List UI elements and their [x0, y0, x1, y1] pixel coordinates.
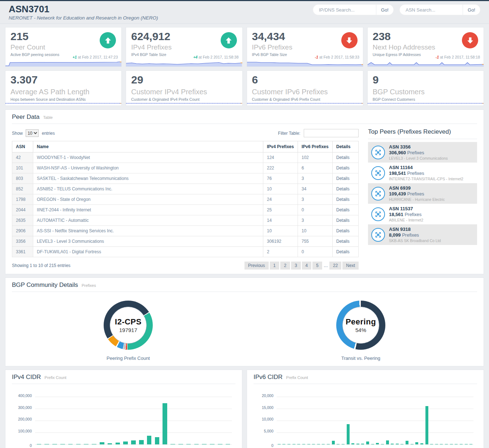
- ipv6-cidr-title: IPv6 CIDR: [254, 374, 282, 381]
- stat-card-average-as-path-length: 3.307Average AS Path LengthHops between …: [5, 70, 122, 106]
- column-header-name[interactable]: Name: [33, 141, 263, 152]
- bar-52: [435, 444, 438, 444]
- bar-27: [186, 444, 191, 444]
- top-peer-item[interactable]: ASN 93188,099 PrefixesSKB-AS SK Broadban…: [368, 224, 477, 245]
- ip-dns-search-input[interactable]: [313, 5, 376, 15]
- bar-11: [60, 444, 65, 444]
- cell-name: WASH-NSF-AS - University of Washington: [33, 163, 263, 173]
- details-link[interactable]: Details: [336, 228, 350, 233]
- asn-search-input[interactable]: [400, 5, 463, 15]
- ipv4_cidr-plot-area: 400,000300,000200,000100,0000: [12, 395, 235, 446]
- bar-112: [460, 444, 463, 444]
- cell-ipv4-prefixes: 24: [263, 194, 298, 205]
- pagination: Previous12345…22Next: [244, 262, 359, 270]
- top-peer-item[interactable]: ASN 3356306,960 PrefixesLEVEL3 - Level 3…: [368, 142, 477, 163]
- pagination-page-5[interactable]: 5: [312, 262, 322, 270]
- details-link[interactable]: Details: [336, 207, 350, 212]
- details-link[interactable]: Details: [336, 239, 350, 244]
- cell-name: LEVEL3 - Level 3 Communications: [33, 236, 263, 247]
- cell-ipv6-prefixes: 3: [298, 215, 333, 226]
- details-link[interactable]: Details: [336, 249, 350, 254]
- bar-30: [210, 444, 215, 444]
- top-peer-item[interactable]: ASN 1153718,561 PrefixesABILENE - Intern…: [368, 204, 477, 224]
- pagination-page-22[interactable]: 22: [329, 262, 341, 270]
- bar-22: [147, 436, 152, 444]
- bar-slot: [74, 397, 82, 444]
- details-link[interactable]: Details: [336, 197, 350, 202]
- pagination-page-3[interactable]: 3: [291, 262, 301, 270]
- cell-ipv4-prefixes: 14: [263, 215, 298, 226]
- pagination-page-2[interactable]: 2: [280, 262, 290, 270]
- column-header-ipv6-prefixes[interactable]: IPv6 Prefixes: [298, 141, 333, 152]
- details-link[interactable]: Details: [336, 165, 350, 171]
- details-link[interactable]: Details: [336, 186, 350, 191]
- bar-32: [347, 424, 350, 444]
- bar-slot: [301, 397, 306, 444]
- column-header-details[interactable]: Details: [333, 141, 359, 152]
- cell-details: Details: [333, 163, 359, 173]
- table-row: 3361DF-TUKWILA01 - Digital Fortress20Det…: [12, 247, 359, 257]
- filter-table-input[interactable]: [304, 129, 359, 137]
- details-link[interactable]: Details: [336, 155, 350, 160]
- bar-20: [131, 440, 136, 444]
- y-tick-label: 100,000: [18, 429, 32, 433]
- top-peer-prefix-count: 18,561 Prefixes: [389, 212, 423, 217]
- ipv4_cidr-y-axis: 400,000300,000200,000100,0000: [12, 395, 35, 446]
- top-peer-item[interactable]: ASN 6939109,439 PrefixesHURRICANE - Hurr…: [368, 183, 477, 204]
- pagination-next-button[interactable]: Next: [342, 262, 359, 270]
- page-subtitle: NERONET - Network for Education and Rese…: [9, 15, 158, 21]
- bar-16: [278, 444, 281, 444]
- bar-23: [155, 437, 160, 444]
- stat-delta: +1: [73, 55, 78, 59]
- bar-slot: [419, 397, 424, 444]
- stat-sublabel: Hops between Source and Destination ASNs: [10, 97, 116, 102]
- ip-dns-search: Go!: [313, 4, 394, 15]
- top-peer-item[interactable]: ASN 11164198,541 PrefixesINTERNET2-TRANS…: [368, 163, 477, 183]
- bar-slot: [82, 397, 90, 444]
- cell-ipv4-prefixes: 222: [263, 163, 298, 173]
- details-link[interactable]: Details: [336, 176, 350, 181]
- top-peer-text: ASN 93188,099 PrefixesSKB-AS SK Broadban…: [389, 227, 441, 243]
- page-header: ASN3701 NERONET - Network for Education …: [0, 1, 489, 24]
- cell-name: AUTOMATTIC - Automattic: [33, 215, 263, 226]
- gridline: [35, 444, 232, 445]
- cell-ipv4-prefixes: 2: [263, 247, 298, 257]
- bar-slot: [169, 397, 177, 444]
- stat-sublabel: BGP Connect Customers: [373, 97, 479, 102]
- ip-dns-search-go-button[interactable]: Go!: [376, 5, 393, 15]
- table-row: 42WOODYNET-1 - WoodyNet124102Details: [12, 152, 359, 163]
- cell-name: WOODYNET-1 - WoodyNet: [33, 152, 263, 163]
- cell-ipv6-prefixes: 0: [298, 247, 333, 257]
- donut2-center-value: 54%: [355, 327, 366, 333]
- stat-card-customer-ipv6-prefixes: 6Customer IPv6 PrefixesCustomer & Orgina…: [247, 70, 363, 106]
- top-peer-prefix-count: 306,960 Prefixes: [389, 150, 448, 155]
- pagination-previous-button[interactable]: Previous: [244, 262, 269, 270]
- page-length-select[interactable]: 10: [26, 129, 39, 137]
- column-header-ipv4-prefixes[interactable]: IPv4 Prefixes: [263, 141, 298, 152]
- pagination-page-1[interactable]: 1: [270, 262, 280, 270]
- pagination-page-4[interactable]: 4: [302, 262, 312, 270]
- top-peer-name: ABILENE - Internet2: [389, 218, 423, 222]
- bar-22: [297, 444, 300, 444]
- bar-slot: [341, 397, 346, 444]
- y-tick-label: 200,000: [18, 417, 32, 421]
- transit-vs-peering-donut-chart: Peering 54%: [336, 301, 385, 350]
- stat-change-timestamp: +4 at Feb 2 2017, 11:58:38: [193, 55, 239, 59]
- bar-slot: [415, 397, 420, 444]
- cell-ipv6-prefixes: 6: [298, 163, 333, 173]
- bar-32: [226, 444, 230, 444]
- asn-search-go-button[interactable]: Go!: [463, 5, 480, 15]
- bar-15: [92, 444, 96, 444]
- column-header-asn[interactable]: ASN: [12, 141, 33, 152]
- details-link[interactable]: Details: [336, 218, 350, 223]
- top-peer-prefix-number: 198,541: [389, 171, 407, 176]
- sparkline-chart: [5, 60, 121, 66]
- bar-slot: [35, 397, 43, 444]
- show-entries-control: Show 10 entries: [12, 129, 55, 137]
- peer-data-title: Peer Data: [12, 113, 40, 121]
- bar-29: [202, 444, 207, 444]
- bar-30: [337, 444, 339, 444]
- bar-slot: [385, 397, 390, 444]
- bar-slot: [277, 397, 282, 444]
- sparkline-chart: [368, 60, 484, 66]
